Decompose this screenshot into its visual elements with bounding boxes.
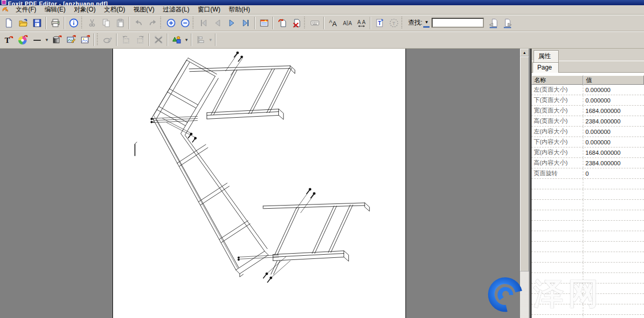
scrollbar-track[interactable] bbox=[520, 271, 529, 318]
new-button[interactable] bbox=[2, 16, 16, 30]
property-row[interactable] bbox=[532, 315, 644, 318]
insert-text-button[interactable]: T bbox=[372, 16, 387, 30]
toolbar-grip[interactable] bbox=[193, 17, 195, 29]
app-icon bbox=[2, 0, 6, 5]
add-text-button[interactable]: T bbox=[2, 33, 16, 47]
first-page-button[interactable] bbox=[196, 16, 210, 30]
property-row[interactable]: 左(页面大小)0.000000 bbox=[532, 85, 644, 95]
property-row[interactable] bbox=[532, 200, 644, 210]
scrollbar-thumb[interactable] bbox=[520, 56, 529, 271]
menu-item[interactable]: 对象(O) bbox=[70, 5, 99, 15]
property-value[interactable]: 0 bbox=[583, 171, 644, 177]
property-value[interactable]: 2384.000000 bbox=[583, 118, 644, 124]
property-value[interactable]: 0.000000 bbox=[583, 129, 644, 135]
find-next-button[interactable] bbox=[500, 16, 514, 30]
menu-item[interactable]: 文档(D) bbox=[100, 5, 130, 15]
document-page[interactable] bbox=[112, 49, 406, 318]
menu-item[interactable]: 过滤器(L) bbox=[159, 5, 194, 15]
property-row[interactable]: 高(内容大小)2384.000000 bbox=[532, 158, 644, 168]
find-prev-button[interactable] bbox=[486, 16, 500, 30]
shapes-3d-dropdown[interactable]: ▼ bbox=[184, 38, 189, 42]
edit-shape-button[interactable] bbox=[100, 33, 115, 47]
property-row[interactable]: 左(内容大小)0.000000 bbox=[532, 127, 644, 137]
page-setup-button[interactable] bbox=[257, 16, 271, 30]
property-row[interactable]: 下(页面大小)0.000000 bbox=[532, 95, 644, 106]
property-row[interactable]: 高(页面大小)2384.000000 bbox=[532, 116, 644, 127]
menu-item[interactable]: 编辑(E) bbox=[40, 5, 70, 15]
property-value[interactable]: 1684.000000 bbox=[583, 108, 644, 114]
find-input[interactable] bbox=[432, 18, 484, 28]
column-header-name[interactable]: 名称 bbox=[532, 75, 583, 85]
property-value[interactable]: 0.000000 bbox=[583, 139, 644, 145]
zoom-in-button[interactable] bbox=[164, 16, 178, 30]
zoom-out-button[interactable] bbox=[178, 16, 192, 30]
property-row[interactable]: 宽(页面大小)1684.000000 bbox=[532, 106, 644, 116]
menu-item[interactable]: 窗口(W) bbox=[194, 5, 224, 15]
font-width-button[interactable]: AA bbox=[354, 16, 368, 30]
rotate-right-button[interactable] bbox=[133, 33, 147, 47]
about-button[interactable] bbox=[66, 16, 81, 30]
copy-button[interactable] bbox=[99, 16, 113, 30]
paste-button[interactable] bbox=[113, 16, 127, 30]
find-history-dropdown[interactable]: ▼ bbox=[423, 18, 430, 28]
app-logo-icon bbox=[1, 6, 9, 14]
property-row[interactable] bbox=[532, 179, 644, 189]
menu-item[interactable]: 视图(V) bbox=[129, 5, 159, 15]
property-row[interactable]: 下(内容大小)0.000000 bbox=[532, 137, 644, 147]
toolbar-grip[interactable] bbox=[401, 17, 403, 29]
rotate-left-button[interactable] bbox=[119, 33, 133, 47]
property-row[interactable] bbox=[532, 273, 644, 283]
line-style-dropdown[interactable]: ▼ bbox=[44, 38, 50, 42]
text-mode-button[interactable]: T bbox=[387, 16, 401, 30]
cut-button[interactable] bbox=[85, 16, 99, 30]
property-row[interactable] bbox=[532, 294, 644, 304]
toolbar-grip[interactable] bbox=[81, 17, 83, 29]
property-value[interactable]: 0.000000 bbox=[583, 97, 644, 104]
prev-page-button[interactable] bbox=[210, 16, 224, 30]
undo-button[interactable] bbox=[131, 16, 145, 30]
menu-item[interactable]: 文件(F) bbox=[12, 5, 40, 15]
insert-image-button[interactable] bbox=[78, 33, 92, 47]
toolbar-grip[interactable] bbox=[304, 17, 306, 29]
property-row[interactable] bbox=[532, 283, 644, 294]
edit-image-button[interactable] bbox=[64, 33, 78, 47]
property-row[interactable] bbox=[532, 231, 644, 242]
insert-page-button[interactable] bbox=[275, 16, 289, 30]
font-embed-button[interactable]: AA bbox=[326, 16, 340, 30]
font-spacing-button[interactable]: AA bbox=[340, 16, 354, 30]
property-row[interactable] bbox=[532, 252, 644, 263]
property-row[interactable]: 宽(内容大小)1684.000000 bbox=[532, 147, 644, 158]
toolbar-grip[interactable] bbox=[97, 33, 99, 46]
open-button[interactable] bbox=[16, 16, 30, 30]
property-row[interactable]: 页面旋转0 bbox=[532, 168, 644, 179]
property-row[interactable] bbox=[532, 189, 644, 200]
save-button[interactable] bbox=[30, 16, 44, 30]
property-row[interactable] bbox=[532, 210, 644, 221]
color-picker-button[interactable] bbox=[16, 33, 30, 47]
align-dropdown[interactable]: ▼ bbox=[208, 38, 213, 42]
delete-object-button[interactable] bbox=[151, 33, 165, 47]
line-style-button[interactable] bbox=[30, 33, 44, 47]
scroll-up-button[interactable]: ▲ bbox=[520, 49, 529, 56]
column-header-value[interactable]: 值 bbox=[583, 75, 644, 85]
delete-page-button[interactable] bbox=[289, 16, 303, 30]
toolbar-grip[interactable] bbox=[160, 17, 162, 29]
align-button[interactable] bbox=[194, 33, 208, 47]
property-value[interactable]: 0.000000 bbox=[583, 87, 644, 93]
property-row[interactable] bbox=[532, 304, 644, 315]
keyboard-button[interactable] bbox=[308, 16, 322, 30]
vertical-scrollbar[interactable]: ▲ bbox=[520, 49, 529, 318]
next-page-button[interactable] bbox=[224, 16, 239, 30]
tab-page[interactable]: Page bbox=[533, 62, 559, 73]
property-value[interactable]: 2384.000000 bbox=[583, 160, 644, 166]
last-page-button[interactable] bbox=[239, 16, 253, 30]
print-button[interactable] bbox=[48, 16, 62, 30]
property-row[interactable] bbox=[532, 263, 644, 273]
shapes-3d-button[interactable] bbox=[170, 33, 184, 47]
property-row[interactable] bbox=[532, 242, 644, 252]
property-row[interactable] bbox=[532, 221, 644, 231]
property-value[interactable]: 1684.000000 bbox=[583, 150, 644, 156]
redo-button[interactable] bbox=[145, 16, 160, 30]
fill-gradient-button[interactable] bbox=[50, 33, 64, 47]
menu-item[interactable]: 帮助(H) bbox=[224, 5, 254, 15]
